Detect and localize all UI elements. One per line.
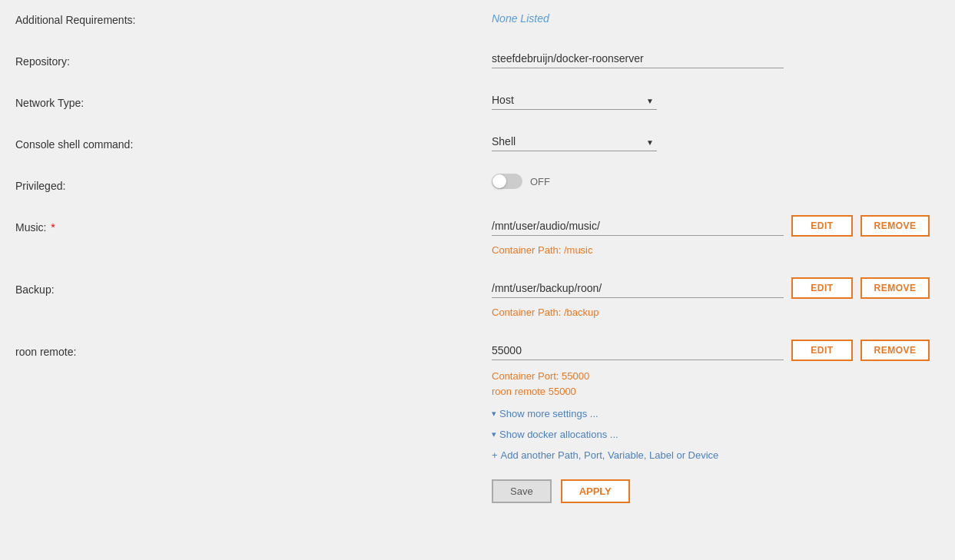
roon-remote-remove-button[interactable]: REMOVE: [860, 340, 930, 361]
backup-edit-button[interactable]: EDIT: [791, 277, 853, 299]
roon-remote-port-input[interactable]: [492, 341, 784, 360]
privileged-label: Privileged:: [15, 174, 492, 192]
privileged-controls: OFF: [492, 174, 940, 189]
toggle-row: OFF: [492, 174, 940, 189]
roon-remote-label: roon remote:: [15, 340, 492, 358]
required-asterisk: *: [48, 221, 55, 234]
console-shell-controls: Shell Bash Sh ▼: [492, 132, 940, 151]
console-shell-row: Console shell command: Shell Bash Sh ▼: [15, 132, 940, 160]
privileged-toggle-label: OFF: [530, 176, 550, 187]
network-type-select-wrapper: Host Bridge None ▼: [492, 91, 657, 110]
music-path-input[interactable]: [492, 217, 784, 236]
repository-label: Repository:: [15, 49, 492, 68]
network-type-row: Network Type: Host Bridge None ▼: [15, 91, 940, 118]
privileged-toggle[interactable]: [492, 174, 522, 189]
music-controls: EDIT REMOVE Container Path: /music: [492, 215, 940, 256]
console-shell-select[interactable]: Shell Bash Sh: [492, 132, 657, 151]
chevron-expand-icon-2: ▾: [492, 429, 496, 439]
show-more-settings-link[interactable]: ▾ Show more settings ...: [492, 408, 940, 419]
none-listed-text: None Listed: [492, 8, 940, 25]
repository-controls: [492, 49, 940, 68]
music-edit-button[interactable]: EDIT: [791, 215, 853, 237]
roon-remote-controls: EDIT REMOVE Container Port: 55000 roon r…: [492, 340, 940, 503]
roon-remote-container-port: Container Port: 55000 roon remote 55000: [492, 369, 940, 399]
backup-path-input[interactable]: [492, 279, 784, 298]
show-docker-allocations-link[interactable]: ▾ Show docker allocations ...: [492, 429, 940, 440]
backup-remove-button[interactable]: REMOVE: [860, 277, 930, 299]
roon-remote-row: roon remote: EDIT REMOVE Container Port:…: [15, 340, 940, 503]
plus-icon: +: [492, 449, 498, 461]
toggle-knob: [492, 174, 506, 188]
backup-controls: EDIT REMOVE Container Path: /backup: [492, 277, 940, 318]
backup-label: Backup:: [15, 277, 492, 296]
music-label: Music: *: [15, 215, 492, 234]
add-another-link[interactable]: + Add another Path, Port, Variable, Labe…: [492, 449, 940, 461]
additional-requirements-label: Additional Requirements:: [15, 8, 492, 26]
links-section: ▾ Show more settings ... ▾ Show docker a…: [492, 408, 940, 470]
roon-remote-edit-button[interactable]: EDIT: [791, 340, 853, 361]
save-button[interactable]: Save: [492, 479, 552, 503]
additional-requirements-controls: None Listed: [492, 8, 940, 25]
music-path-row: EDIT REMOVE: [492, 215, 940, 237]
repository-input[interactable]: [492, 49, 784, 68]
privileged-row: Privileged: OFF: [15, 174, 940, 201]
music-container-path: Container Path: /music: [492, 244, 940, 256]
music-row: Music: * EDIT REMOVE Container Path: /mu…: [15, 215, 940, 256]
apply-button[interactable]: APPLY: [561, 479, 630, 503]
backup-path-row: EDIT REMOVE: [492, 277, 940, 299]
additional-requirements-row: Additional Requirements: None Listed: [15, 8, 940, 35]
repository-row: Repository:: [15, 49, 940, 77]
backup-row: Backup: EDIT REMOVE Container Path: /bac…: [15, 277, 940, 318]
network-type-controls: Host Bridge None ▼: [492, 91, 940, 110]
console-shell-label: Console shell command:: [15, 132, 492, 151]
network-type-select[interactable]: Host Bridge None: [492, 91, 657, 110]
console-shell-select-wrapper: Shell Bash Sh ▼: [492, 132, 657, 151]
music-remove-button[interactable]: REMOVE: [860, 215, 930, 237]
chevron-expand-icon: ▾: [492, 409, 496, 419]
backup-container-path: Container Path: /backup: [492, 307, 940, 318]
page-wrapper: Additional Requirements: None Listed Rep…: [0, 0, 955, 560]
bottom-btn-row: Save APPLY: [492, 479, 940, 503]
form-container: Additional Requirements: None Listed Rep…: [0, 0, 955, 532]
network-type-label: Network Type:: [15, 91, 492, 109]
roon-remote-path-row: EDIT REMOVE: [492, 340, 940, 361]
